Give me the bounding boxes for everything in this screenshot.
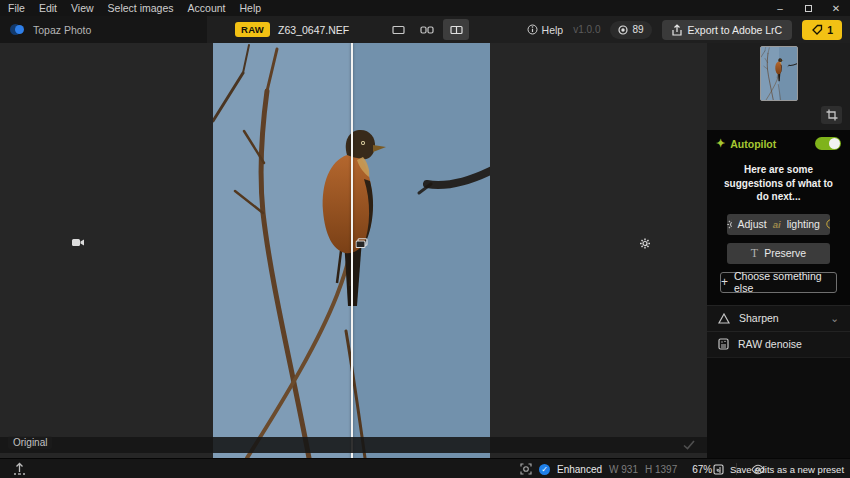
autopilot-section: ✦ Autopilot Here are some suggestions of… — [707, 130, 850, 305]
view-mode-switcher — [385, 16, 469, 43]
panel-empty-space — [707, 357, 850, 459]
titlebar: File Edit View Select images Account Hel… — [0, 0, 850, 16]
brightness-icon — [727, 219, 732, 230]
main-area: Original ✦ — [0, 43, 850, 458]
maximize-button[interactable] — [794, 0, 822, 16]
camera-icon[interactable] — [0, 238, 64, 459]
text-icon: T — [751, 246, 758, 261]
minimize-button[interactable]: – — [766, 0, 794, 16]
export-button[interactable]: Export to Adobe LrC — [662, 20, 793, 40]
split-view-button[interactable] — [443, 19, 469, 40]
status-label: Enhanced — [557, 464, 602, 475]
suggestion-text: Here are some suggestions of what to do … — [720, 163, 837, 204]
photo[interactable] — [213, 43, 490, 458]
autopilot-label: Autopilot — [730, 138, 776, 150]
plus-icon: + — [721, 275, 728, 289]
menu-edit[interactable]: Edit — [39, 2, 57, 14]
adjust-lighting-button[interactable]: Adjust ai lighting — [727, 214, 830, 235]
preserve-button[interactable]: T Preserve — [727, 243, 830, 264]
credits-badge[interactable]: 89 — [610, 21, 651, 39]
right-panel: ✦ Autopilot Here are some suggestions of… — [707, 43, 850, 458]
adjust-label-suffix: lighting — [787, 218, 820, 230]
image-canvas[interactable]: Original — [0, 43, 707, 458]
photo-toolbar — [0, 437, 707, 453]
export-label: Export to Adobe LrC — [688, 24, 783, 36]
info-icon — [527, 24, 538, 35]
enhanced-check-icon: ✓ — [539, 464, 550, 475]
choose-label: Choose something else — [734, 270, 836, 294]
original-label: Original — [8, 436, 52, 449]
choose-something-else-button[interactable]: + Choose something else — [720, 272, 837, 293]
chevron-down-icon: ⌄ — [830, 312, 839, 324]
adjust-label-prefix: Adjust — [738, 218, 767, 230]
gear-icon[interactable] — [639, 238, 707, 459]
help-button[interactable]: Help — [527, 24, 564, 36]
menu-help[interactable]: Help — [240, 2, 262, 14]
file-info: RAW Z63_0647.NEF — [207, 22, 349, 37]
app-branding: Topaz Photo — [0, 16, 207, 43]
credit-icon — [618, 25, 628, 35]
menu-account[interactable]: Account — [188, 2, 226, 14]
credits-count: 89 — [632, 24, 643, 35]
gallery-icon[interactable] — [355, 238, 632, 459]
image-width: W 931 — [609, 464, 638, 475]
video-icon[interactable] — [71, 238, 348, 459]
topaz-photo-app: File Edit View Select images Account Hel… — [0, 0, 850, 478]
save-preset-label: Save edits as a new preset — [730, 464, 844, 475]
maximize-icon — [805, 5, 812, 12]
save-preset-button[interactable]: Save edits as a new preset — [707, 459, 850, 478]
side-by-side-icon — [420, 25, 434, 35]
split-view-icon — [450, 25, 463, 35]
single-view-button[interactable] — [385, 19, 411, 40]
autopilot-toggle[interactable] — [815, 137, 841, 150]
export-icon — [672, 24, 682, 36]
close-button[interactable]: ✕ — [822, 0, 850, 16]
face-detect-icon[interactable] — [520, 463, 532, 475]
window-controls: – ✕ — [766, 0, 850, 16]
version-label: v1.0.0 — [573, 24, 600, 35]
filename: Z63_0647.NEF — [278, 24, 349, 36]
sharpen-label: Sharpen — [739, 312, 779, 324]
side-by-side-view-button[interactable] — [414, 19, 440, 40]
info-circle-icon[interactable] — [826, 219, 830, 229]
menu-view[interactable]: View — [71, 2, 94, 14]
upload-icon[interactable] — [13, 462, 26, 475]
thumbnail-zone — [707, 43, 850, 130]
crop-button[interactable] — [821, 106, 842, 124]
single-view-icon — [392, 25, 405, 35]
image-height: H 1397 — [645, 464, 677, 475]
raw-badge: RAW — [235, 22, 270, 37]
split-divider[interactable] — [351, 43, 353, 458]
raw-denoise-section[interactable]: RAW denoise — [707, 331, 850, 357]
preset-icon — [713, 464, 724, 475]
topaz-logo-icon — [10, 24, 26, 36]
sharpen-icon — [718, 313, 730, 324]
check-icon — [683, 440, 695, 450]
ai-label: ai — [773, 219, 781, 230]
preserve-label: Preserve — [764, 247, 806, 259]
menu-select-images[interactable]: Select images — [108, 2, 174, 14]
app-name: Topaz Photo — [33, 24, 91, 36]
bottom-bar: ✓ Enhanced W 931 H 1397 67% ⌄ Save edits… — [0, 458, 850, 478]
raw-denoise-label: RAW denoise — [738, 338, 802, 350]
image-thumbnail[interactable] — [760, 46, 798, 101]
sparkle-icon: ✦ — [716, 137, 725, 150]
autopilot-title: ✦ Autopilot — [716, 137, 776, 150]
toolbar-right: Help v1.0.0 89 Export to Adobe LrC 1 — [527, 16, 842, 43]
menu-bar: File Edit View Select images Account Hel… — [0, 2, 261, 14]
crop-icon — [826, 109, 838, 121]
thumbnail-image — [761, 47, 797, 101]
sharpen-section[interactable]: Sharpen ⌄ — [707, 305, 850, 331]
notification-count: 1 — [827, 24, 833, 36]
tag-icon — [811, 24, 823, 35]
help-label: Help — [542, 24, 564, 36]
denoise-icon — [718, 338, 729, 350]
menu-file[interactable]: File — [8, 2, 25, 14]
notification-button[interactable]: 1 — [802, 20, 842, 40]
toolbar: Topaz Photo RAW Z63_0647.NEF Help v1.0.0 — [0, 16, 850, 43]
